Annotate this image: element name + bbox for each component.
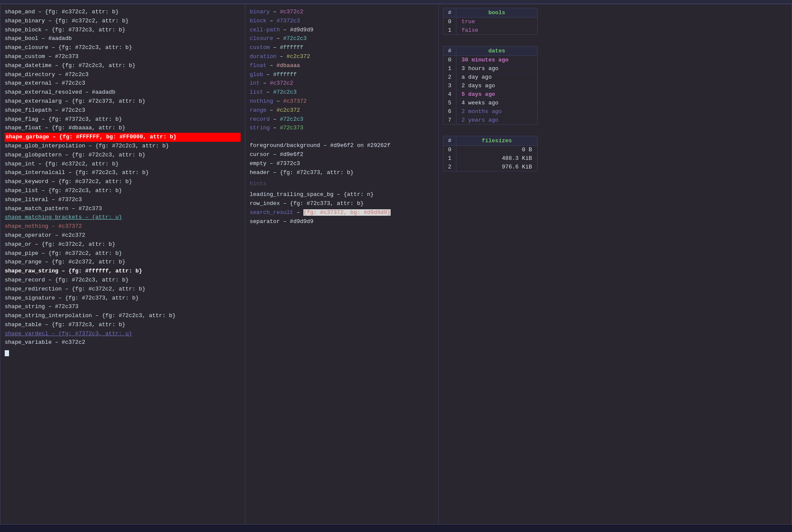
- left-line-34: shape_string_interpolation – {fg: #72c2c…: [5, 312, 241, 321]
- th-label-dates: dates: [456, 46, 537, 55]
- left-line-4: shape_closure – {fg: #72c2c3, attr: b}: [5, 43, 241, 52]
- left-line-29: shape_raw_string – {fg: #ffffff, attr: b…: [5, 267, 241, 276]
- table-filesizes: #filesizes00 B1488.3 KiB2976.6 KiB: [443, 136, 538, 171]
- left-line-19: shape_keyword – {fg: #c372c2, attr: b}: [5, 177, 241, 187]
- mid-line-s1-12: record – #72c2c3: [250, 115, 434, 124]
- mid-line-s1-13: string – #72c373: [250, 124, 434, 133]
- left-line-31: shape_redirection – {fg: #c372c2, attr: …: [5, 285, 241, 294]
- left-line-23: shape_matching_brackets – {attr: u}: [5, 213, 241, 222]
- table-row-bools-0: 0true: [443, 18, 537, 26]
- left-line-13: shape_float – {fg: #dbaaaa, attr: b}: [5, 124, 241, 133]
- th-label-filesizes: filesizes: [456, 136, 537, 145]
- left-line-25: shape_operator – #c2c372: [5, 231, 241, 240]
- left-line-33: shape_string – #72c373: [5, 303, 241, 312]
- left-line-21: shape_literal – #7372c3: [5, 196, 241, 205]
- th-num-dates: #: [443, 46, 456, 55]
- table-row-bools-1: 1false: [443, 26, 537, 34]
- table-row-dates-6: 62 months ago: [443, 107, 537, 116]
- middle-column: binary – #c372c2block – #7372c3cell-path…: [245, 4, 439, 524]
- left-line-1: shape_binary – {fg: #c372c2, attr: b}: [5, 17, 241, 26]
- mid-line-s3-0: leading_trailing_space_bg – {attr: n}: [250, 190, 434, 199]
- mid-line-s1-5: duration – #c2c372: [250, 52, 434, 61]
- left-column: shape_and – {fg: #c372c2, attr: b}shape_…: [0, 4, 245, 524]
- mid-line-s3-3: separator – #d9d9d9: [250, 217, 434, 226]
- mid-line-s2-3: header – {fg: #72c373, attr: b}: [250, 168, 434, 177]
- left-line-0: shape_and – {fg: #c372c2, attr: b}: [5, 8, 241, 17]
- main-container: shape_and – {fg: #c372c2, attr: b}shape_…: [0, 4, 792, 525]
- left-line-9: shape_external_resolved – #aadadb: [5, 88, 241, 97]
- right-column: #bools0true1false#dates030 minutes ago13…: [439, 4, 792, 524]
- left-line-12: shape_flag – {fg: #7372c3, attr: b}: [5, 115, 241, 124]
- mid-line-s3-1: row_index – {fg: #72c373, attr: b}: [250, 199, 434, 208]
- mid-line-s1-7: glob – #ffffff: [250, 70, 434, 79]
- left-line-11: shape_filepath – #72c2c3: [5, 106, 241, 115]
- mid-line-s1-1: block – #7372c3: [250, 17, 434, 26]
- table-dates: #dates030 minutes ago13 hours ago2a day …: [443, 46, 538, 125]
- left-line-20: shape_list – {fg: #72c2c3, attr: b}: [5, 187, 241, 196]
- left-line-28: shape_range – {fg: #c2c372, attr: b}: [5, 258, 241, 267]
- left-line-2: shape_block – {fg: #7372c3, attr: b}: [5, 26, 241, 35]
- left-line-26: shape_or – {fg: #c372c2, attr: b}: [5, 240, 241, 249]
- left-line-30: shape_record – {fg: #72c2c3, attr: b}: [5, 276, 241, 285]
- mid-line-s1-4: custom – #ffffff: [250, 43, 434, 52]
- left-line-6: shape_datetime – {fg: #72c2c3, attr: b}: [5, 61, 241, 70]
- left-line-32: shape_signature – {fg: #72c373, attr: b}: [5, 294, 241, 303]
- table-row-dates-5: 54 weeks ago: [443, 99, 537, 107]
- mid-line-s1-11: range – #c2c372: [250, 106, 434, 115]
- table-row-dates-2: 2a day ago: [443, 73, 537, 82]
- th-num-filesizes: #: [443, 136, 456, 145]
- mid-line-s1-2: cell-path – #d9d9d9: [250, 26, 434, 35]
- table-row-dates-3: 32 days ago: [443, 82, 537, 90]
- left-line-16: shape_globpattern – {fg: #72c2c3, attr: …: [5, 151, 241, 160]
- left-line-15: shape_glob_interpolation – {fg: #72c2c3,…: [5, 142, 241, 151]
- left-line-27: shape_pipe – {fg: #c372c2, attr: b}: [5, 249, 241, 258]
- table-row-dates-1: 13 hours ago: [443, 64, 537, 73]
- table-bools: #bools0true1false: [443, 8, 538, 35]
- left-line-17: shape_int – {fg: #c372c2, attr: b}: [5, 160, 241, 169]
- left-line-35: shape_table – {fg: #7372c3, attr: b}: [5, 321, 241, 330]
- th-num-bools: #: [443, 8, 456, 17]
- mid-line-s1-9: list – #72c2c3: [250, 88, 434, 97]
- mid-line-s1-3: closure – #72c2c3: [250, 34, 434, 43]
- theme-bar: [0, 0, 792, 4]
- left-line-10: shape_externalarg – {fg: #72c373, attr: …: [5, 97, 241, 106]
- table-row-dates-4: 45 days ago: [443, 90, 537, 99]
- left-line-22: shape_match_pattern – #72c373: [5, 205, 241, 214]
- mid-line-s2-2: empty – #7372c3: [250, 159, 434, 168]
- mid-line-s1-8: int – #c372c2: [250, 79, 434, 88]
- left-line-3: shape_bool – #aadadb: [5, 34, 241, 43]
- table-row-dates-7: 72 years ago: [443, 116, 537, 124]
- cursor: [5, 347, 241, 356]
- left-line-18: shape_internalcall – {fg: #72c2c3, attr:…: [5, 168, 241, 177]
- table-row-filesizes-1: 1488.3 KiB: [443, 154, 537, 163]
- mid-line-s1-10: nothing – #c37372: [250, 97, 434, 106]
- table-row-dates-0: 030 minutes ago: [443, 56, 537, 64]
- left-line-8: shape_external – #72c2c3: [5, 79, 241, 88]
- mid-line-s2-0: foreground/background – #d9e6f2 on #2926…: [250, 141, 434, 150]
- left-line-7: shape_directory – #72c2c3: [5, 70, 241, 79]
- left-line-24: shape_nothing – #c37372: [5, 222, 241, 231]
- left-line-37: shape_variable – #c372c2: [5, 338, 241, 347]
- table-row-filesizes-2: 2976.6 KiB: [443, 163, 537, 171]
- table-row-filesizes-0: 00 B: [443, 146, 537, 154]
- left-line-36: shape_vardecl – {fg: #7372c3, attr: u}: [5, 330, 241, 339]
- mid-line-s3-2: search_result – {fg: #c37372, bg: #d9d9d…: [250, 208, 434, 217]
- left-line-14: shape_garbage – {fg: #FFFFFF, bg: #FF000…: [5, 133, 241, 142]
- mid-line-s1-0: binary – #c372c2: [250, 8, 434, 17]
- mid-line-s2-1: cursor – #d9e6f2: [250, 150, 434, 159]
- mid-line-s1-6: float – #dbaaaa: [250, 61, 434, 70]
- th-label-bools: bools: [456, 8, 537, 17]
- left-line-5: shape_custom – #72c373: [5, 52, 241, 61]
